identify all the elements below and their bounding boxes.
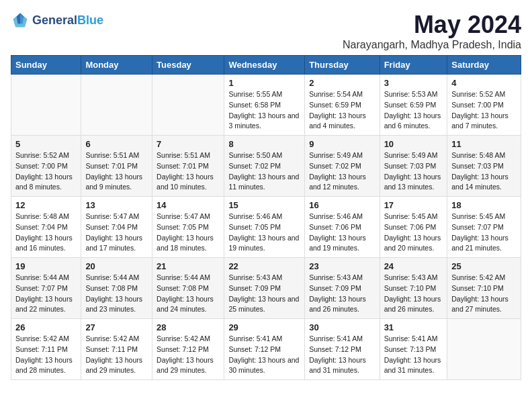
calendar-week-row: 5Sunrise: 5:52 AM Sunset: 7:00 PM Daylig… [11, 136, 521, 197]
day-number: 26 [15, 322, 77, 332]
day-number: 2 [309, 78, 375, 88]
cell-sun-info: Sunrise: 5:42 AM Sunset: 7:12 PM Dayligh… [157, 334, 220, 376]
calendar-cell: 9Sunrise: 5:49 AM Sunset: 7:02 PM Daylig… [305, 136, 380, 197]
weekday-header-wednesday: Wednesday [224, 56, 305, 75]
cell-sun-info: Sunrise: 5:42 AM Sunset: 7:11 PM Dayligh… [15, 334, 77, 376]
day-number: 19 [15, 261, 77, 271]
calendar-cell: 2Sunrise: 5:54 AM Sunset: 6:59 PM Daylig… [305, 75, 380, 136]
calendar-cell: 30Sunrise: 5:41 AM Sunset: 7:12 PM Dayli… [305, 319, 380, 380]
day-number: 29 [228, 322, 300, 332]
weekday-header-saturday: Saturday [447, 56, 521, 75]
calendar-week-row: 26Sunrise: 5:42 AM Sunset: 7:11 PM Dayli… [11, 319, 521, 380]
cell-sun-info: Sunrise: 5:46 AM Sunset: 7:05 PM Dayligh… [228, 212, 300, 254]
calendar-cell: 31Sunrise: 5:41 AM Sunset: 7:13 PM Dayli… [380, 319, 447, 380]
calendar-cell: 8Sunrise: 5:50 AM Sunset: 7:02 PM Daylig… [224, 136, 305, 197]
calendar-cell: 25Sunrise: 5:42 AM Sunset: 7:10 PM Dayli… [447, 258, 521, 319]
day-number: 6 [85, 139, 148, 149]
day-number: 9 [309, 139, 375, 149]
cell-sun-info: Sunrise: 5:45 AM Sunset: 7:06 PM Dayligh… [384, 212, 443, 254]
calendar-week-row: 1Sunrise: 5:55 AM Sunset: 6:58 PM Daylig… [11, 75, 521, 136]
cell-sun-info: Sunrise: 5:48 AM Sunset: 7:03 PM Dayligh… [451, 150, 517, 193]
cell-sun-info: Sunrise: 5:41 AM Sunset: 7:12 PM Dayligh… [309, 334, 375, 376]
logo-blue: Blue [77, 13, 103, 27]
day-number: 14 [157, 200, 220, 210]
cell-sun-info: Sunrise: 5:41 AM Sunset: 7:13 PM Dayligh… [384, 334, 443, 376]
day-number: 15 [228, 200, 300, 210]
cell-sun-info: Sunrise: 5:47 AM Sunset: 7:04 PM Dayligh… [85, 212, 148, 254]
page-header: GeneralBlue May 2024 Narayangarh, Madhya… [11, 11, 521, 51]
calendar-cell [152, 75, 224, 136]
weekday-header-thursday: Thursday [305, 56, 380, 75]
calendar-table: SundayMondayTuesdayWednesdayThursdayFrid… [11, 55, 521, 380]
calendar-cell: 18Sunrise: 5:45 AM Sunset: 7:07 PM Dayli… [447, 197, 521, 258]
cell-sun-info: Sunrise: 5:50 AM Sunset: 7:02 PM Dayligh… [228, 150, 300, 193]
calendar-cell [11, 75, 81, 136]
calendar-cell: 24Sunrise: 5:43 AM Sunset: 7:10 PM Dayli… [380, 258, 447, 319]
calendar-cell [81, 75, 152, 136]
cell-sun-info: Sunrise: 5:51 AM Sunset: 7:01 PM Dayligh… [157, 150, 220, 193]
logo: GeneralBlue [11, 11, 103, 30]
cell-sun-info: Sunrise: 5:44 AM Sunset: 7:08 PM Dayligh… [85, 273, 148, 315]
cell-sun-info: Sunrise: 5:42 AM Sunset: 7:10 PM Dayligh… [451, 273, 517, 315]
day-number: 25 [451, 261, 517, 271]
cell-sun-info: Sunrise: 5:49 AM Sunset: 7:02 PM Dayligh… [309, 150, 375, 193]
calendar-cell: 22Sunrise: 5:43 AM Sunset: 7:09 PM Dayli… [224, 258, 305, 319]
day-number: 1 [228, 78, 300, 88]
calendar-cell: 5Sunrise: 5:52 AM Sunset: 7:00 PM Daylig… [11, 136, 81, 197]
calendar-cell: 12Sunrise: 5:48 AM Sunset: 7:04 PM Dayli… [11, 197, 81, 258]
day-number: 11 [451, 139, 517, 149]
calendar-cell: 26Sunrise: 5:42 AM Sunset: 7:11 PM Dayli… [11, 319, 81, 380]
day-number: 21 [157, 261, 220, 271]
title-area: May 2024 Narayangarh, Madhya Pradesh, In… [343, 11, 521, 51]
cell-sun-info: Sunrise: 5:43 AM Sunset: 7:09 PM Dayligh… [309, 273, 375, 315]
calendar-week-row: 19Sunrise: 5:44 AM Sunset: 7:07 PM Dayli… [11, 258, 521, 319]
calendar-cell: 20Sunrise: 5:44 AM Sunset: 7:08 PM Dayli… [81, 258, 152, 319]
calendar-cell: 3Sunrise: 5:53 AM Sunset: 6:59 PM Daylig… [380, 75, 447, 136]
calendar-cell: 4Sunrise: 5:52 AM Sunset: 7:00 PM Daylig… [447, 75, 521, 136]
day-number: 31 [384, 322, 443, 332]
calendar-cell: 21Sunrise: 5:44 AM Sunset: 7:08 PM Dayli… [152, 258, 224, 319]
logo-text: GeneralBlue [32, 13, 103, 28]
calendar-cell: 27Sunrise: 5:42 AM Sunset: 7:11 PM Dayli… [81, 319, 152, 380]
weekday-header-sunday: Sunday [11, 56, 81, 75]
calendar-cell: 13Sunrise: 5:47 AM Sunset: 7:04 PM Dayli… [81, 197, 152, 258]
weekday-header-monday: Monday [81, 56, 152, 75]
day-number: 5 [15, 139, 77, 149]
weekday-header-friday: Friday [380, 56, 447, 75]
calendar-cell: 7Sunrise: 5:51 AM Sunset: 7:01 PM Daylig… [152, 136, 224, 197]
day-number: 20 [85, 261, 148, 271]
cell-sun-info: Sunrise: 5:52 AM Sunset: 7:00 PM Dayligh… [15, 150, 77, 193]
day-number: 16 [309, 200, 375, 210]
calendar-cell: 29Sunrise: 5:41 AM Sunset: 7:12 PM Dayli… [224, 319, 305, 380]
day-number: 8 [228, 139, 300, 149]
calendar-cell: 17Sunrise: 5:45 AM Sunset: 7:06 PM Dayli… [380, 197, 447, 258]
day-number: 17 [384, 200, 443, 210]
cell-sun-info: Sunrise: 5:43 AM Sunset: 7:09 PM Dayligh… [228, 273, 300, 315]
cell-sun-info: Sunrise: 5:47 AM Sunset: 7:05 PM Dayligh… [157, 212, 220, 254]
calendar-cell: 28Sunrise: 5:42 AM Sunset: 7:12 PM Dayli… [152, 319, 224, 380]
calendar-cell: 6Sunrise: 5:51 AM Sunset: 7:01 PM Daylig… [81, 136, 152, 197]
calendar-cell: 14Sunrise: 5:47 AM Sunset: 7:05 PM Dayli… [152, 197, 224, 258]
calendar-cell: 19Sunrise: 5:44 AM Sunset: 7:07 PM Dayli… [11, 258, 81, 319]
day-number: 30 [309, 322, 375, 332]
cell-sun-info: Sunrise: 5:55 AM Sunset: 6:58 PM Dayligh… [228, 89, 300, 132]
cell-sun-info: Sunrise: 5:49 AM Sunset: 7:03 PM Dayligh… [384, 150, 443, 193]
day-number: 27 [85, 322, 148, 332]
day-number: 13 [85, 200, 148, 210]
cell-sun-info: Sunrise: 5:43 AM Sunset: 7:10 PM Dayligh… [384, 273, 443, 315]
logo-icon [11, 11, 30, 30]
cell-sun-info: Sunrise: 5:54 AM Sunset: 6:59 PM Dayligh… [309, 89, 375, 132]
cell-sun-info: Sunrise: 5:46 AM Sunset: 7:06 PM Dayligh… [309, 212, 375, 254]
logo-general: General [32, 13, 77, 27]
calendar-cell [447, 319, 521, 380]
cell-sun-info: Sunrise: 5:44 AM Sunset: 7:08 PM Dayligh… [157, 273, 220, 315]
calendar-week-row: 12Sunrise: 5:48 AM Sunset: 7:04 PM Dayli… [11, 197, 521, 258]
location-subtitle: Narayangarh, Madhya Pradesh, India [343, 39, 521, 51]
day-number: 10 [384, 139, 443, 149]
cell-sun-info: Sunrise: 5:45 AM Sunset: 7:07 PM Dayligh… [451, 212, 517, 254]
calendar-cell: 1Sunrise: 5:55 AM Sunset: 6:58 PM Daylig… [224, 75, 305, 136]
calendar-cell: 23Sunrise: 5:43 AM Sunset: 7:09 PM Dayli… [305, 258, 380, 319]
day-number: 18 [451, 200, 517, 210]
day-number: 24 [384, 261, 443, 271]
day-number: 4 [451, 78, 517, 88]
